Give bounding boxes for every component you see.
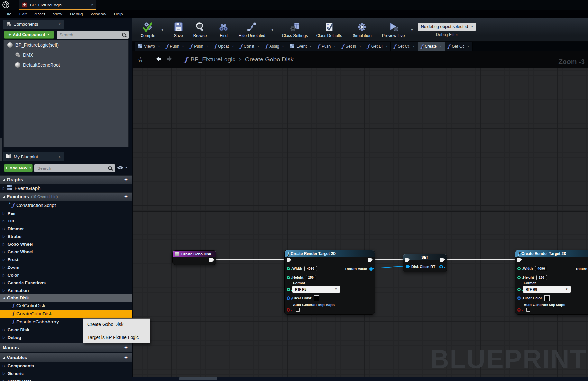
simulation-button[interactable]: Simulation — [348, 18, 375, 41]
section-macros[interactable]: Macros + — [0, 343, 132, 352]
forward-arrow-icon[interactable] — [166, 55, 174, 64]
close-icon[interactable]: × — [413, 44, 415, 48]
mipmaps-pin[interactable] — [287, 308, 290, 312]
collapsed-icon[interactable]: ▷ — [3, 335, 5, 340]
variable-category-param-data[interactable]: ▷Param Data — [0, 377, 132, 381]
format-dropdown[interactable]: RTF R8 ▼ — [292, 286, 340, 293]
preview-live-options-dropdown[interactable]: ▼ — [409, 18, 415, 41]
class-settings-button[interactable]: Class Settings — [278, 18, 312, 41]
node-create-render-target-2d-2[interactable]: ƒ Create Render Target 2D Width 4096 Hei… — [515, 250, 588, 315]
debug-object-select[interactable]: No debug object selected ▼ — [418, 23, 476, 31]
graph-tab-update[interactable]: ƒUpdat× — [211, 42, 237, 51]
asset-tab[interactable]: BP_FixtureLogic × — [19, 0, 96, 10]
variable-in-pin[interactable] — [406, 265, 409, 268]
function-creategobodisk-selected[interactable]: ƒ CreateGoboDisk — [0, 310, 132, 318]
graph-tab-set-in[interactable]: ƒSet In× — [339, 42, 364, 51]
hide-unrelated-options-dropdown[interactable]: ▼ — [270, 18, 276, 41]
collapsed-icon[interactable]: ▷ — [3, 265, 5, 269]
graph-tab-viewport[interactable]: Viewp× — [135, 42, 163, 51]
function-category-strobe[interactable]: ▷Strobe — [0, 232, 132, 240]
scrollbar-thumb[interactable] — [179, 377, 217, 380]
my-blueprint-search[interactable] — [34, 164, 115, 172]
node-create-gobo-disk[interactable]: Create Gobo Disk — [172, 250, 216, 265]
menu-view[interactable]: View — [49, 12, 66, 16]
close-icon[interactable]: × — [59, 155, 61, 159]
graph-tab-event[interactable]: Event× — [287, 42, 315, 51]
breadcrumb-root[interactable]: BP_FixtureLogic — [190, 56, 235, 63]
add-variable-button[interactable]: + — [124, 354, 129, 361]
graph-tab-set-cc[interactable]: ƒSet Cc× — [391, 42, 418, 51]
graph-tab-create-active[interactable]: ƒCreate× — [418, 42, 445, 51]
visibility-filter[interactable]: ▼ — [117, 166, 128, 170]
function-category-animation[interactable]: ▷Animation — [0, 286, 132, 294]
close-icon[interactable]: × — [359, 44, 361, 48]
close-icon[interactable]: × — [232, 44, 234, 48]
tree-row-dmx[interactable]: DMX — [4, 50, 128, 60]
tab-components[interactable]: Components × — [3, 20, 64, 29]
format-pin[interactable] — [517, 288, 521, 291]
close-icon[interactable]: × — [158, 44, 160, 48]
list-item-constructionscript[interactable]: ↗ƒ ConstructionScript — [0, 201, 132, 209]
collapsed-icon[interactable]: ▷ — [3, 258, 5, 262]
function-category-dimmer[interactable]: ▷Dimmer — [0, 225, 132, 232]
back-arrow-icon[interactable] — [154, 55, 162, 64]
add-function-button[interactable]: + — [124, 194, 129, 200]
graph-tab-get-gc[interactable]: ƒGet Gc× — [445, 42, 473, 51]
graph-tab-push-1[interactable]: ƒPush× — [163, 42, 187, 51]
function-category-frost[interactable]: ▷Frost — [0, 256, 132, 263]
mipmaps-checkbox[interactable] — [526, 308, 530, 312]
graph-tab-get-di[interactable]: ƒGet DI× — [364, 42, 391, 51]
section-graphs[interactable]: ◢ Graphs + — [0, 175, 132, 184]
function-category-color[interactable]: ▷Color — [0, 271, 132, 279]
node-set-disk-clean-rt[interactable]: SET Disk Clean RT — [403, 254, 447, 272]
width-pin[interactable] — [517, 267, 521, 270]
section-functions[interactable]: ◢ Functions (19 Overridable) + — [0, 192, 132, 201]
collapsed-icon[interactable]: ▷ — [3, 250, 5, 254]
exec-in-pin[interactable] — [517, 258, 522, 262]
menu-file[interactable]: File — [1, 12, 15, 16]
function-category-gobo-wheel[interactable]: ▷Gobo Wheel — [0, 240, 132, 248]
menu-window[interactable]: Window — [87, 12, 110, 16]
components-search-input[interactable] — [57, 32, 122, 37]
save-button[interactable]: Save — [168, 18, 189, 41]
height-pin[interactable] — [517, 276, 521, 279]
graph-tab-assign[interactable]: ƒAssig× — [262, 42, 287, 51]
collapsed-icon[interactable]: ▷ — [3, 371, 5, 376]
function-category-pan[interactable]: ▷Pan — [0, 209, 132, 217]
format-pin[interactable] — [287, 288, 290, 291]
preview-live-button[interactable]: Preview Live — [378, 18, 409, 41]
add-graph-button[interactable]: + — [124, 177, 129, 183]
collapsed-icon[interactable]: ▷ — [3, 379, 5, 381]
variable-out-pin[interactable] — [439, 265, 443, 268]
add-new-button[interactable]: + Add New ▼ — [4, 164, 33, 172]
collapsed-icon[interactable]: ▷ — [3, 273, 5, 277]
collapsed-icon[interactable]: ▷ — [3, 242, 5, 246]
height-value-input[interactable]: 256 — [306, 275, 316, 280]
variable-category-generic[interactable]: ▷Generic — [0, 369, 132, 377]
width-pin[interactable] — [287, 267, 290, 270]
tree-row-self[interactable]: BP_FixtureLogic(self) — [4, 40, 128, 50]
color-swatch[interactable] — [544, 295, 550, 301]
node-create-render-target-2d-1[interactable]: ƒ Create Render Target 2D Width 4096 Hei… — [284, 250, 375, 315]
close-icon[interactable]: × — [386, 44, 388, 48]
exec-out-pin[interactable] — [368, 258, 373, 262]
clear-color-pin[interactable] — [517, 296, 521, 300]
expanded-icon[interactable]: ◢ — [3, 296, 5, 300]
close-icon[interactable]: × — [206, 44, 208, 48]
exec-out-pin[interactable] — [209, 258, 214, 262]
close-icon[interactable]: × — [440, 44, 442, 48]
function-category-gobo-disk[interactable]: ◢ Gobo Disk — [0, 294, 132, 302]
find-button[interactable]: Find — [213, 18, 234, 41]
menu-help[interactable]: Help — [110, 12, 127, 16]
menu-asset[interactable]: Asset — [31, 12, 49, 16]
browse-button[interactable]: Browse — [189, 18, 211, 41]
height-value-input[interactable]: 256 — [536, 275, 547, 280]
format-dropdown[interactable]: RTF R8 ▼ — [523, 286, 571, 293]
return-value-pin[interactable] — [369, 267, 373, 271]
mipmaps-checkbox[interactable] — [296, 308, 300, 312]
collapsed-icon[interactable]: ▷ — [3, 281, 5, 285]
collapsed-icon[interactable]: ▷ — [3, 328, 5, 332]
close-icon[interactable]: × — [91, 3, 93, 7]
dock-splitter[interactable] — [0, 138, 2, 161]
width-value-input[interactable]: 4096 — [304, 266, 317, 271]
